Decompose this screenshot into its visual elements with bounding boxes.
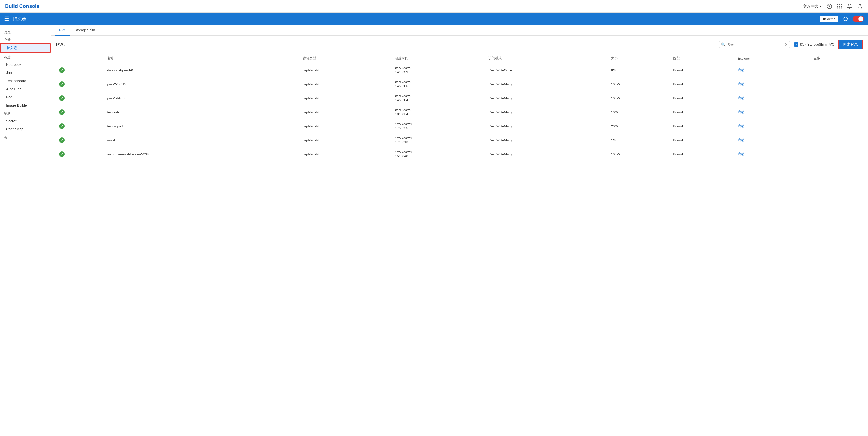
cell-more[interactable]: ⋮ [810,105,863,119]
pvc-table: 名称 存储类型 创建时间 ↓ 访问模式 大小 阶段 Explorer 更多 [56,54,863,161]
sidebar-item-job[interactable]: Job [0,69,51,77]
cell-explorer[interactable]: 启动 [735,77,810,91]
status-ok-icon: ✓ [59,95,65,101]
svg-rect-2 [837,4,838,5]
svg-rect-10 [841,7,842,8]
cell-status: ✓ [56,147,104,161]
status-ok-icon: ✓ [59,137,65,143]
cell-explorer[interactable]: 启动 [735,147,810,161]
cell-more[interactable]: ⋮ [810,91,863,105]
sub-header-title: 持久卷 [13,16,820,22]
sidebar-item-configmap[interactable]: ConfigMap [0,125,51,133]
svg-rect-8 [837,7,838,8]
cell-more[interactable]: ⋮ [810,133,863,147]
refresh-button[interactable] [841,15,850,23]
cell-more[interactable]: ⋮ [810,77,863,91]
sidebar-section-build: 构建 [0,53,51,61]
status-ok-icon: ✓ [59,82,65,87]
cell-explorer[interactable]: 启动 [735,133,810,147]
more-icon[interactable]: ⋮ [813,110,818,115]
cell-name: pass1-fd4d3 [104,91,300,105]
status-ok-icon: ✓ [59,123,65,129]
cell-name: mnist [104,133,300,147]
sidebar-item-secret[interactable]: Secret [0,117,51,125]
cell-name: test-ssh [104,105,300,119]
account-icon[interactable] [857,3,863,9]
more-icon[interactable]: ⋮ [813,152,818,157]
search-icon: 🔍 [721,42,725,46]
tab-storageshim[interactable]: StorageShim [70,25,99,36]
toggle-switch[interactable] [853,16,864,22]
table-row: ✓ test-ssh cephfs-hdd 01/10/2024 18:07:3… [56,105,863,119]
table-row: ✓ data-postgresql-0 cephfs-hdd 01/23/202… [56,63,863,77]
toggle-knob [858,16,863,21]
cell-size: 1Gi [608,133,670,147]
cell-explorer[interactable]: 启动 [735,119,810,133]
more-icon[interactable]: ⋮ [813,96,818,101]
cell-explorer[interactable]: 启动 [735,63,810,77]
cell-more[interactable]: ⋮ [810,119,863,133]
cell-size: 100Mi [608,77,670,91]
sidebar-section-overview: 总览 [0,28,51,36]
more-icon[interactable]: ⋮ [813,137,818,143]
cell-more[interactable]: ⋮ [810,147,863,161]
namespace-selector[interactable]: demo [820,16,838,22]
th-phase: 阶段 [670,54,735,63]
more-icon[interactable]: ⋮ [813,82,818,87]
create-pvc-button[interactable]: 创建 PVC [838,40,863,49]
sidebar-section-auxiliary: 辅助 [0,110,51,117]
sidebar: 总览 存储 持久卷 构建 Notebook Job TensorBoard Au… [0,25,51,436]
svg-rect-9 [839,7,840,8]
cell-name: autotune-mnist-keras-e5238 [104,147,300,161]
th-access-mode: 访问模式 [486,54,608,63]
sidebar-item-image-builder[interactable]: Image Builder [0,101,51,110]
sidebar-item-notebook[interactable]: Notebook [0,61,51,69]
cell-storage-type: cephfs-hdd [300,105,392,119]
th-create-time[interactable]: 创建时间 ↓ [392,54,486,63]
cell-access-mode: ReadWriteMany [486,77,608,91]
show-storageshim-label: 展示 StorageShim PVC [800,42,834,47]
checkbox-icon: ✓ [794,42,798,46]
cell-create-time: 01/17/2024 14:20:06 [392,77,486,91]
cell-name: test-import [104,119,300,133]
cell-status: ✓ [56,77,104,91]
hamburger-icon[interactable]: ☰ [4,15,9,22]
apps-icon[interactable] [836,3,843,9]
chevron-down-icon: ▼ [819,5,822,8]
cell-explorer[interactable]: 启动 [735,105,810,119]
cell-explorer[interactable]: 启动 [735,91,810,105]
cell-access-mode: ReadWriteMany [486,119,608,133]
sidebar-item-autotune[interactable]: AutoTune [0,85,51,93]
th-size: 大小 [608,54,670,63]
top-nav: Build Console 文A 中文 ▼ [0,0,868,13]
search-input[interactable] [727,43,783,46]
cell-storage-type: cephfs-hdd [300,77,392,91]
search-box[interactable]: 🔍 ✕ [719,41,790,48]
svg-rect-3 [839,4,840,5]
sidebar-item-persistent-volume[interactable]: 持久卷 [0,43,51,53]
svg-rect-4 [841,4,842,5]
pvc-section: PVC 🔍 ✕ ✓ 展示 StorageShim PVC 创建 PVC [51,36,868,165]
lang-selector[interactable]: 文A 中文 ▼ [803,3,822,9]
cell-phase: Bound [670,77,735,91]
cell-create-time: 01/10/2024 18:07:34 [392,105,486,119]
cell-more[interactable]: ⋮ [810,63,863,77]
help-icon[interactable] [826,3,832,9]
sidebar-item-pod[interactable]: Pod [0,93,51,101]
namespace-label: demo [827,17,835,21]
th-more: 更多 [810,54,863,63]
cell-storage-type: cephfs-hdd [300,63,392,77]
cell-phase: Bound [670,105,735,119]
namespace-dot [823,18,826,20]
tab-pvc[interactable]: PVC [55,25,70,36]
more-icon[interactable]: ⋮ [813,124,818,129]
more-icon[interactable]: ⋮ [813,68,818,73]
translate-icon: 文A [803,3,810,9]
notification-icon[interactable] [847,3,853,9]
th-name: 名称 [104,54,300,63]
sidebar-item-tensorboard[interactable]: TensorBoard [0,77,51,85]
cell-access-mode: ReadWriteMany [486,147,608,161]
clear-icon[interactable]: ✕ [785,42,788,46]
cell-create-time: 12/29/2023 15:57:48 [392,147,486,161]
show-storageshim-checkbox[interactable]: ✓ 展示 StorageShim PVC [794,42,834,47]
